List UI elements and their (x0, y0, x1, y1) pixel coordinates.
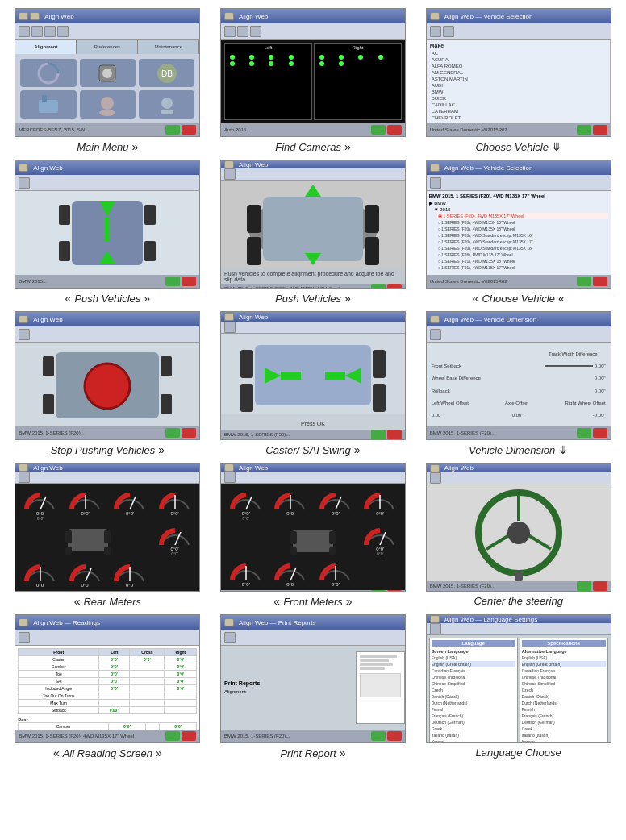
btn-ok-pv1[interactable] (165, 277, 180, 286)
make-item-alfa[interactable]: ALFA ROMEO (430, 63, 607, 69)
btn-cancel-caster[interactable] (387, 430, 402, 439)
lang-alt-italian[interactable]: Italiano (Italian) (522, 732, 606, 738)
btn-ok-pr[interactable] (371, 731, 386, 741)
tab-preferences[interactable]: Preferences (77, 40, 138, 54)
cv2-item-6[interactable]: ○ 1 SERIES (F26), RWD M135 17" Wheel (437, 252, 608, 258)
cell-choose-vehicle-1: Align Web — Vehicle Selection Make AC AC… (419, 8, 618, 153)
btn-cancel-cam[interactable] (387, 125, 402, 135)
lang-item-dutch[interactable]: Dutch (Netherlands) (432, 700, 515, 706)
menu-icon-2[interactable] (80, 59, 136, 87)
lang-alt-german[interactable]: Deutsch (German) (522, 719, 606, 726)
make-item-chevy[interactable]: CHEVROLET (430, 114, 607, 121)
lang-item-canadian-fr[interactable]: Canadian Français (432, 667, 515, 674)
btn-ok-cv1[interactable] (577, 125, 591, 135)
make-item-bmw[interactable]: BMW (430, 89, 607, 95)
make-item-cadillac[interactable]: CADILLAC (430, 102, 607, 108)
make-item-acura[interactable]: ACURA (430, 56, 607, 63)
lang-alt-header: Alternative Language (522, 648, 606, 655)
btn-ok-cs[interactable] (577, 581, 591, 591)
lang-alt-english-gb[interactable]: English (Great Britain) (522, 661, 606, 667)
btn-ok-cv2[interactable] (577, 277, 591, 286)
btn-ok-rm[interactable] (165, 591, 180, 592)
make-item-buick[interactable]: BUICK (430, 95, 607, 102)
btn-cancel-cv1[interactable] (593, 125, 607, 135)
menu-icon-6[interactable] (139, 90, 194, 119)
btn-cancel-main[interactable] (182, 125, 196, 135)
gauge-rb-2-label: 0°0' (36, 583, 44, 588)
cv2-selected-item[interactable]: ◉ 1 SERIES (F20), 4WD M135X 17" Wheel (437, 213, 608, 219)
menu-icon-3[interactable]: DB (139, 59, 194, 87)
btn-ok-ar[interactable] (165, 731, 180, 741)
print-left: Print Reports Alignment (221, 677, 356, 699)
arrow-after-fm: » (346, 595, 353, 608)
lang-alt-danish[interactable]: Danish (Dansk) (522, 693, 606, 700)
lang-item-korean[interactable]: Korean (432, 738, 515, 743)
titlebar-caster: Align Web (221, 312, 405, 322)
btn-ok-vd[interactable] (577, 428, 591, 438)
btn-cancel-pr[interactable] (387, 731, 402, 741)
dot-6 (249, 61, 254, 66)
btn-cancel-cv2[interactable] (593, 277, 607, 286)
lang-item-german[interactable]: Deutsch (German) (432, 719, 515, 726)
vd-left-offset-label: Left Wheel Offset (432, 401, 469, 405)
btn-ok-pv2[interactable] (371, 284, 386, 289)
menu-icon-5[interactable] (80, 90, 136, 119)
btn-cancel-ar[interactable] (182, 731, 196, 741)
lang-item-czech[interactable]: Czech (432, 687, 515, 693)
cv2-item-7[interactable]: ○ 1 SERIES (F21), 4WD M135X 18" Wheel (437, 258, 608, 264)
btn-cancel-sp[interactable] (182, 428, 196, 438)
lang-item-danish[interactable]: Danish (Dansk) (432, 693, 515, 700)
cv2-item-1[interactable]: ○ 1 SERIES (F20), 4WD M135X 16" Wheel (437, 219, 608, 226)
btn-cancel-fm[interactable] (387, 590, 402, 592)
lang-item-greek[interactable]: Greek (432, 726, 515, 732)
btn-ok-fm[interactable] (371, 590, 386, 592)
cv2-item-8[interactable]: ○ 1 SERIES (F21), 4WD M135X 17" Wheel (437, 264, 608, 271)
lang-item-finnish[interactable]: Finnish (432, 706, 515, 713)
lang-alt-canadian-fr[interactable]: Canadian Français (522, 667, 606, 674)
lang-item-english-usa[interactable]: English (USA) (432, 655, 515, 661)
lang-alt-french[interactable]: Français (French) (522, 713, 606, 719)
menu-icon-1[interactable] (20, 59, 76, 87)
make-item-amg[interactable]: AM GENERAL (430, 69, 607, 76)
vd-track-width: Track Width Difference (432, 351, 606, 356)
make-item-caterham[interactable]: CATERHAM (430, 108, 607, 114)
lang-item-italian[interactable]: Italiano (Italian) (432, 732, 515, 738)
btn-ok-sp[interactable] (165, 428, 180, 438)
lang-alt-english-usa[interactable]: English (USA) (522, 655, 606, 661)
lang-alt-czech[interactable]: Czech (522, 687, 606, 693)
make-item-audi[interactable]: AUDI (430, 82, 607, 89)
btn-ok-main[interactable] (165, 125, 180, 135)
btn-cancel-pv1[interactable] (182, 277, 196, 286)
btn-cancel-vd[interactable] (593, 428, 607, 438)
gauge-fl-1: 0°0' 0°0' (224, 487, 268, 521)
mt-cross (130, 700, 165, 707)
make-item-aston[interactable]: ASTON MARTIN (430, 76, 607, 82)
tab-alignment[interactable]: Alignment (15, 40, 77, 54)
lang-alt-chinese-trad[interactable]: Chinese Traditional (522, 674, 606, 680)
cv2-item-3[interactable]: ○ 1 SERIES (F20), 4WD Standard except M1… (437, 232, 608, 239)
lang-alt-chinese-simp[interactable]: Chinese Simplified (522, 680, 606, 687)
btn-cancel-cs[interactable] (593, 581, 607, 591)
btn-ok-cam[interactable] (371, 125, 386, 135)
lang-alt-korean[interactable]: Korean (522, 738, 606, 743)
lang-item-chinese-trad[interactable]: Chinese Traditional (432, 674, 515, 680)
lang-item-french[interactable]: Français (French) (432, 713, 515, 719)
lang-item-english-gb[interactable]: English (Great Britain) (432, 661, 515, 667)
vd-front-setback-val: 0.00" (595, 364, 606, 368)
menu-icon-4[interactable] (20, 90, 76, 119)
btn-cancel-pv2[interactable] (387, 284, 402, 289)
cv2-item-2[interactable]: ○ 1 SERIES (F20), 4WD M135X 18" Wheel (437, 226, 608, 232)
row-toe-out-on-turns: Toe Out On Turns (19, 692, 197, 700)
btn-cancel-rm[interactable] (182, 591, 196, 592)
cv2-item-4[interactable]: ○ 1 SERIES (F20), 4WD Standard except M1… (437, 239, 608, 245)
lang-alt-finnish[interactable]: Finnish (522, 706, 606, 713)
lang-alt-dutch[interactable]: Dutch (Netherlands) (522, 700, 606, 706)
cv2-item-5[interactable]: ○ 1 SERIES (F20), 4WD Standard except M1… (437, 245, 608, 252)
make-item-ac[interactable]: AC (430, 50, 607, 56)
lang-alt-greek[interactable]: Greek (522, 726, 606, 732)
tab-maintenance[interactable]: Maintenance (138, 40, 199, 54)
btn-ok-caster[interactable] (371, 430, 386, 439)
bar-btn-rm (19, 464, 28, 472)
tool-cam-2 (237, 26, 248, 37)
lang-item-chinese-simp[interactable]: Chinese Simplified (432, 680, 515, 687)
